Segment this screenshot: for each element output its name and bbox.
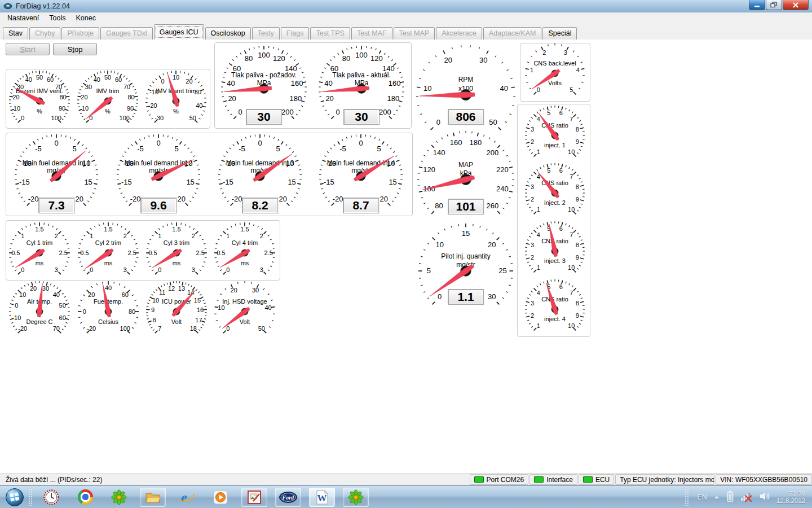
tab-p-stroje[interactable]: Přístroje (61, 27, 99, 40)
language-indicator[interactable]: EN (697, 493, 707, 501)
svg-text:-10: -10 (12, 314, 21, 321)
tab-test-map[interactable]: Test MAP (394, 27, 435, 40)
menu-konec[interactable]: Konec (70, 13, 100, 23)
svg-text:Air temp.: Air temp. (27, 298, 52, 305)
svg-text:160: 160 (450, 138, 462, 147)
led-icon (534, 476, 544, 483)
clock-app-icon[interactable] (38, 488, 64, 507)
svg-text:20: 20 (30, 285, 37, 292)
tab-stav[interactable]: Stav (3, 27, 28, 40)
start-button[interactable]: Start (6, 43, 50, 55)
indicator-port-com26: Port COM26 (470, 474, 529, 485)
digital-main-fuel-demand-inj3: 8.2 (242, 198, 278, 213)
start-orb[interactable] (3, 488, 26, 507)
media-player-icon[interactable] (208, 488, 233, 507)
app-window: ForDiag v1.22.04 NastaveníToolsKonec Sta… (0, 0, 812, 508)
svg-text:Celsius: Celsius (98, 318, 119, 325)
svg-text:11: 11 (159, 289, 165, 296)
svg-text:30: 30 (479, 56, 487, 64)
svg-text:80: 80 (129, 308, 135, 315)
panel-cns-ratio (517, 104, 590, 337)
image-viewer-icon[interactable] (241, 488, 267, 507)
minimize-button[interactable] (749, 0, 765, 10)
ecu-type: Typ ECU jednotky: Injectors modul (615, 474, 714, 485)
tab-osciloskop[interactable]: Osciloskop (205, 27, 251, 40)
svg-text:Ford: Ford (282, 494, 295, 500)
svg-text:60: 60 (59, 314, 66, 321)
window-controls (748, 0, 809, 10)
svg-text:60: 60 (122, 291, 129, 298)
digital-main-fuel-demand-inj2: 9.6 (140, 198, 176, 213)
panel-cns-back (520, 43, 590, 102)
svg-text:12: 12 (168, 285, 175, 292)
svg-text:0: 0 (15, 302, 18, 309)
led-icon (474, 476, 484, 483)
tab-test-maf[interactable]: Test MAF (351, 27, 392, 40)
svg-text:-20: -20 (87, 325, 96, 332)
tab-flags[interactable]: Flags (281, 27, 310, 40)
tab-strip: StavChybyPřístrojeGauges TDxlGauges ICUO… (0, 24, 812, 40)
svg-text:18: 18 (190, 325, 197, 332)
svg-text:30: 30 (252, 287, 259, 294)
vin: VIN: WF05XXGBB56B00510 (716, 474, 812, 485)
gauge-air-temp: -20-10010203040506070Air temp.Degree C (9, 281, 70, 333)
tab-akcelerace[interactable]: Akcelerace (436, 27, 482, 40)
svg-text:Volt: Volt (240, 318, 250, 325)
svg-text:20: 20 (444, 56, 452, 64)
svg-text:20: 20 (488, 240, 496, 249)
taskbar: eFordW EN 21:30 12.8.2012 (0, 485, 812, 508)
svg-text:9: 9 (151, 306, 155, 313)
indicator-label: Interface (546, 476, 573, 484)
word-icon[interactable]: W (309, 488, 335, 507)
svg-text:40: 40 (500, 84, 508, 93)
menu-nastaven[interactable]: Nastavení (2, 13, 44, 23)
svg-text:15: 15 (194, 297, 201, 304)
close-button[interactable] (783, 0, 809, 10)
svg-text:5: 5 (427, 266, 431, 275)
internet-explorer-icon[interactable]: e (174, 488, 200, 507)
network-icon[interactable] (740, 491, 753, 504)
svg-text:x100: x100 (458, 85, 473, 93)
tab-chyby[interactable]: Chyby (29, 27, 60, 40)
svg-text:80: 80 (435, 202, 443, 210)
digital-rpm: 806 (448, 109, 484, 125)
status-bar: Živá data běží ... (PIDs/sec.: 22) Port … (0, 473, 812, 485)
svg-text:7: 7 (158, 325, 161, 332)
svg-text:13: 13 (178, 285, 185, 292)
content-area: Start Stop 0102030405060708090100Buzení … (0, 40, 812, 473)
chrome-icon[interactable] (72, 488, 98, 507)
menu-tools[interactable]: Tools (44, 13, 70, 23)
digital-fuel-pressure-actual: 30 (343, 109, 379, 125)
svg-text:10: 10 (435, 240, 443, 249)
svg-text:40: 40 (105, 284, 112, 291)
volume-icon[interactable] (759, 491, 770, 504)
svg-text:50: 50 (258, 325, 265, 332)
restore-button[interactable] (766, 0, 782, 10)
svg-text:14: 14 (187, 289, 194, 296)
svg-text:30: 30 (42, 285, 49, 292)
indicator-label: Port COM26 (487, 476, 524, 484)
explorer-icon[interactable] (140, 488, 166, 507)
tab-speci-l[interactable]: Speciál (542, 27, 577, 40)
battery-icon[interactable] (726, 490, 734, 505)
tab-adaptace-kam[interactable]: Adaptace/KAM (483, 27, 541, 40)
tab-testy[interactable]: Testy (252, 27, 280, 40)
ford-app-icon[interactable]: Ford (275, 488, 301, 507)
svg-text:0: 0 (226, 325, 230, 332)
svg-text:220: 220 (496, 165, 509, 174)
svg-text:20: 20 (88, 291, 95, 298)
panel-fuel-pressure (214, 42, 412, 129)
tray-clock[interactable]: 21:30 12.8.2012 (776, 490, 805, 505)
digital-pilot-inj-quantity: 1.1 (448, 289, 484, 305)
svg-text:70: 70 (53, 325, 60, 332)
stop-button[interactable]: Stop (53, 43, 97, 55)
svg-text:10: 10 (218, 304, 224, 311)
chevron-up-icon[interactable] (713, 492, 720, 502)
icq-2-icon[interactable] (343, 488, 369, 507)
tab-test-tps[interactable]: Test TPS (310, 27, 350, 40)
tab-gauges-tdxl[interactable]: Gauges TDxl (100, 27, 153, 40)
svg-text:0: 0 (83, 308, 86, 315)
tab-gauges-icu[interactable]: Gauges ICU (154, 24, 204, 40)
gauge-inj-hsd-voltage: 01020304050Inj. HSD voltageVolt (214, 281, 275, 333)
icq-icon[interactable] (106, 488, 132, 507)
